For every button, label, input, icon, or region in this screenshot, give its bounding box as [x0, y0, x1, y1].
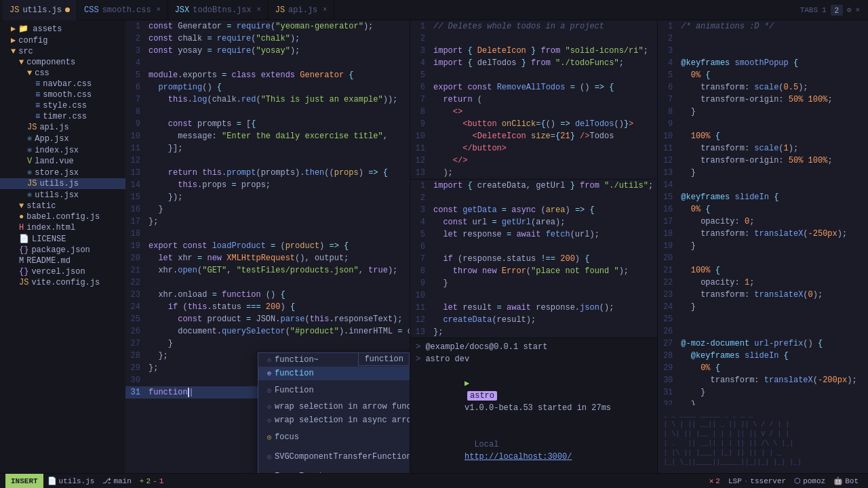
lsp-indicator: LSP · tsserver	[724, 474, 790, 489]
autocomplete-label: Function	[275, 386, 410, 395]
tab-label: todoBtns.jsx	[193, 5, 251, 15]
tab-todobtnsjsx[interactable]: JSX todoBtns.jsx ×	[168, 0, 269, 20]
js-icon: JS	[19, 278, 28, 287]
status-bar: INSERT 📄 utils.js ⎇ main + 2 - 1 ✕ 2 LSP…	[0, 473, 868, 488]
tab-api-js[interactable]: JS api.js ×	[269, 0, 335, 20]
file-indicator: 📄 utils.js	[43, 474, 99, 489]
json-icon: {}	[19, 245, 28, 255]
sidebar-item-api-js[interactable]: JS api.js	[0, 122, 125, 133]
function-icon: ◎	[264, 433, 275, 441]
bot-icon: 🤖	[833, 476, 843, 485]
file-label: vite.config.js	[31, 278, 100, 287]
autocomplete-label: focus	[275, 432, 410, 442]
autocomplete-item-Function[interactable]: ◎ Function ◎ Variable	[258, 380, 410, 400]
code-editor-right[interactable]: 1/* animations :D */ 2 3 4@keyframes smo…	[658, 20, 868, 405]
close-icon[interactable]: ×	[157, 6, 161, 14]
sidebar-item-vite-config[interactable]: JS vite.config.js	[0, 277, 125, 288]
plugin-indicator: ⬡ pomoz	[790, 474, 829, 489]
html-icon: H	[19, 223, 24, 232]
folder-icon: ▶	[11, 24, 16, 34]
tab-utils-js[interactable]: JS utils.js	[3, 0, 77, 20]
sidebar-item-land-vue[interactable]: V land.vue	[0, 156, 125, 167]
folder-open-icon: ▼	[19, 201, 24, 211]
css-file-icon: ≡	[35, 112, 40, 121]
sidebar: ▶ 📁 assets ▶ config ▼ src ▼ components ▼…	[0, 20, 125, 473]
variable-icon: ◎	[264, 453, 275, 461]
folder-open-icon: ▼	[27, 68, 32, 78]
autocomplete-item-wrap-arrow[interactable]: ◇ wrap selection in arrow function~ ◇ Sn…	[258, 400, 410, 413]
json-icon: {}	[19, 267, 28, 277]
autocomplete-item-wrap-async[interactable]: ◇ wrap selection in async arrow function…	[258, 413, 410, 427]
autocomplete-item-function[interactable]: ⊕ function ⊕ Keyword	[258, 367, 410, 380]
astro-badge: astro	[467, 391, 497, 401]
css-label: css	[35, 68, 50, 78]
editor-area: 1const Generator = require("yeoman-gener…	[125, 20, 868, 473]
tab-controls: TABS 1 2 ⚙ ×	[795, 5, 865, 16]
file-icon: CSS	[84, 5, 99, 15]
diff-indicator: + 2 - 1	[136, 474, 167, 489]
autocomplete-item-focus[interactable]: ◎ focus ◎ Function	[258, 427, 410, 447]
sidebar-item-assets[interactable]: ▶ 📁 assets	[0, 23, 125, 35]
snippet-icon: ◇	[264, 356, 275, 364]
sidebar-item-vercel-json[interactable]: {} vercel.json	[0, 266, 125, 277]
tab-smooth-css[interactable]: CSS smooth.css ×	[77, 0, 168, 20]
close-icon[interactable]: ×	[855, 6, 860, 14]
main-layout: ▶ 📁 assets ▶ config ▼ src ▼ components ▼…	[0, 20, 868, 473]
bot-indicator: 🤖 Bot	[829, 474, 863, 489]
plugin-label: pomoz	[803, 477, 825, 485]
bot-label: Bot	[845, 477, 859, 485]
autocomplete-label: wrap selection in arrow function~	[275, 402, 410, 411]
sidebar-item-utils-jsx[interactable]: ⚛ utils.jsx	[0, 189, 125, 201]
sidebar-item-package-json[interactable]: {} package.json	[0, 245, 125, 256]
sidebar-item-store-jsx[interactable]: ⚛ store.jsx	[0, 167, 125, 178]
error-number: 2	[715, 477, 720, 485]
sidebar-item-app-jsx[interactable]: ⚛ App.jsx	[0, 133, 125, 144]
float-function-label: function	[358, 352, 410, 366]
autocomplete-item-svg[interactable]: ◎ SVGComponentTransferFunctionElement ◎ …	[258, 447, 410, 466]
close-icon[interactable]: ×	[257, 6, 261, 14]
error-icon: ✕	[709, 476, 714, 485]
deletions-count: 1	[159, 477, 164, 485]
sidebar-item-timer-css[interactable]: ≡ timer.css	[0, 111, 125, 122]
settings-icon[interactable]: ⚙	[847, 5, 852, 14]
jsx-file-icon: ⚛	[27, 134, 32, 144]
file-label: timer.css	[43, 112, 87, 121]
sidebar-item-index-jsx[interactable]: ⚛ index.jsx	[0, 144, 125, 156]
git-icon: ⎇	[102, 476, 111, 485]
sidebar-item-navbar-css[interactable]: ≡ navbar.css	[0, 79, 125, 89]
file-label: smooth.css	[43, 90, 92, 100]
tab-count-1: 1	[822, 6, 827, 14]
file-label: navbar.css	[43, 79, 92, 89]
sidebar-label: assets	[33, 24, 62, 34]
autocomplete-item-focus-event[interactable]: ◎ FocusEvent ◎ Variable	[258, 466, 410, 473]
autocomplete-dropdown: ◇ function~ ◇ Snippet ⊕ function ⊕ Keywo…	[258, 352, 410, 473]
file-icon: JS	[275, 5, 285, 15]
code-editor-mid-top[interactable]: 1// Deletes whole todos in a project 2 3…	[410, 20, 657, 179]
git-branch[interactable]: ⎇ main	[98, 474, 135, 489]
file-label: LICENSE	[32, 235, 66, 244]
sidebar-item-utils-js[interactable]: JS utils.js	[0, 178, 125, 189]
code-editor-mid-bottom[interactable]: 1import { createData, getUrl } from "./u…	[410, 180, 657, 338]
sidebar-item-style-css[interactable]: ≡ style.css	[0, 100, 125, 111]
sidebar-item-index-html[interactable]: H index.html	[0, 222, 125, 233]
js-icon: ●	[19, 212, 24, 222]
sidebar-item-babel[interactable]: ● babel.config.js	[0, 211, 125, 222]
sidebar-item-license[interactable]: 📄 LICENSE	[0, 233, 125, 245]
jsx-file-icon: ⚛	[27, 167, 32, 178]
terminal-panel[interactable]: > @example/docs@0.0.1 start > astro dev …	[410, 338, 657, 473]
close-icon[interactable]: ×	[323, 6, 327, 14]
error-count[interactable]: ✕ 2	[705, 474, 724, 489]
sidebar-item-readme[interactable]: M README.md	[0, 256, 125, 266]
autocomplete-label: FocusEvent	[275, 472, 410, 474]
sidebar-item-static[interactable]: ▼ static	[0, 201, 125, 211]
sidebar-item-smooth-css[interactable]: ≡ smooth.css	[0, 89, 125, 100]
tab-count-2-btn[interactable]: 2	[831, 5, 843, 16]
folder-icon-symbol: 📁	[18, 24, 28, 34]
sidebar-item-src[interactable]: ▼ src	[0, 46, 125, 57]
sidebar-item-components[interactable]: ▼ components	[0, 57, 125, 68]
file-label: index.html	[26, 223, 75, 232]
folder-open-icon: ▼	[19, 58, 24, 67]
sidebar-item-css[interactable]: ▼ css	[0, 68, 125, 79]
sidebar-item-config[interactable]: ▶ config	[0, 35, 125, 46]
snippet-icon: ◇	[264, 416, 275, 424]
